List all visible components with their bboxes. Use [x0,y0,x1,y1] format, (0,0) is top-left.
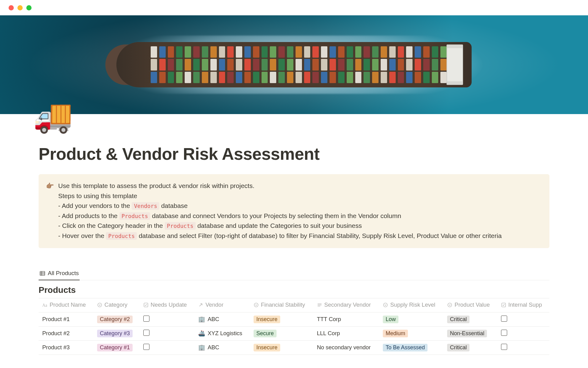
database-title[interactable]: Products [39,285,549,295]
database-tab-all-products[interactable]: All Products [39,268,80,280]
cell-secondary-vendor[interactable]: LLL Corp [313,326,379,340]
vendor-name: ABC [208,316,219,323]
column-header-secondary-vendor[interactable]: Secondary Vendor [313,298,379,312]
cell-financial-stability[interactable]: Insecure [250,312,313,326]
cell-internal-supp[interactable] [497,326,549,340]
product-value-tag: Non-Essential [447,330,487,337]
cell-vendor[interactable]: 🏢ABC [194,340,250,355]
supply-risk-tag: To Be Assessed [383,344,428,351]
page-title[interactable]: Product & Vendor Risk Assessment [39,144,549,164]
title-property-icon: Aa [42,302,47,308]
column-header-vendor[interactable]: Vendor [194,298,250,312]
cell-name[interactable]: Product #1 [39,312,93,326]
column-header-name[interactable]: AaProduct Name [39,298,93,312]
checkbox-unchecked[interactable] [501,316,507,322]
column-header-needs-update[interactable]: Needs Update [140,298,194,312]
cell-category[interactable]: Category #1 [93,340,140,355]
checkbox-unchecked[interactable] [501,344,507,350]
cell-category[interactable]: Category #3 [93,326,140,340]
cell-financial-stability[interactable]: Secure [250,326,313,340]
column-header-product-value[interactable]: Product Value [443,298,497,312]
table-row[interactable]: Product #1 Category #2 🏢ABC Insecure TTT… [39,312,549,326]
window-maximize-button[interactable] [26,5,32,10]
cell-supply-risk[interactable]: Medium [379,326,443,340]
svg-point-12 [448,303,452,307]
code-chip-products: Products [106,232,137,240]
supply-risk-tag: Low [383,316,398,323]
column-header-financial-stability[interactable]: Financial Stability [250,298,313,312]
page-icon[interactable]: 🚚 [33,100,73,132]
callout-body: Use this template to assess the product … [58,181,542,241]
product-value-tag: Critical [447,344,469,351]
vendor-name: XYZ Logistics [208,330,242,337]
select-property-icon [447,302,452,308]
vendor-icon: 🏢 [198,316,205,323]
checkbox-unchecked[interactable] [501,330,507,336]
cell-name[interactable]: Product #2 [39,326,93,340]
svg-point-7 [254,303,258,307]
cell-supply-risk[interactable]: Low [379,312,443,326]
callout-line: Use this template to assess the product … [58,181,542,191]
cell-vendor[interactable]: 🏢ABC [194,312,250,326]
cell-secondary-vendor[interactable]: TTT Corp [313,312,379,326]
cell-vendor[interactable]: 🚢XYZ Logistics [194,326,250,340]
callout-line: - Add your vendors to the Vendors databa… [58,201,542,211]
window-minimize-button[interactable] [17,5,23,10]
category-tag: Category #3 [97,330,133,337]
checkbox-unchecked[interactable] [143,316,149,322]
cell-internal-supp[interactable] [497,312,549,326]
page-content: Product & Vendor Risk Assessment 👉🏽 Use … [0,114,588,355]
checkbox-unchecked[interactable] [143,330,149,336]
cell-needs-update[interactable] [140,312,194,326]
svg-point-5 [98,303,102,307]
product-value-tag: Critical [447,316,469,323]
code-chip-products: Products [119,212,150,220]
vendor-icon: 🚢 [198,330,205,337]
page-cover[interactable] [0,15,588,114]
column-header-internal-supp[interactable]: Internal Supp [497,298,549,312]
callout-line: - Click on the Category header in the Pr… [58,221,542,231]
window-titlebar [0,0,588,15]
table-row[interactable]: Product #2 Category #3 🚢XYZ Logistics Se… [39,326,549,340]
select-property-icon [97,302,102,308]
stability-tag: Insecure [254,344,280,351]
supply-risk-tag: Medium [383,330,408,337]
cell-needs-update[interactable] [140,340,194,355]
cell-secondary-vendor[interactable]: No secondary vendor [313,340,379,355]
table-header-row: AaProduct Name Category Needs Update Ven… [39,298,549,312]
callout-line: - Add products to the Products database … [58,211,542,221]
column-header-supply-risk[interactable]: Supply Risk Level [379,298,443,312]
callout-line: Steps to using this template [58,191,542,201]
checkbox-unchecked[interactable] [143,344,149,350]
code-chip-products: Products [165,222,196,230]
code-chip-vendors: Vendors [132,202,159,210]
vendor-name: ABC [208,344,219,351]
category-tag: Category #2 [97,316,133,323]
cell-supply-risk[interactable]: To Be Assessed [379,340,443,355]
cell-internal-supp[interactable] [497,340,549,355]
callout-line: - Hover over the Products database and s… [58,231,542,241]
category-tag: Category #1 [97,344,133,351]
cell-category[interactable]: Category #2 [93,312,140,326]
checkbox-property-icon [143,302,149,308]
window-close-button[interactable] [9,5,14,10]
cell-name[interactable]: Product #3 [39,340,93,355]
database-block: All Products Products AaProduct Name Cat… [39,268,549,355]
database-tabs: All Products [39,268,549,280]
checkbox-property-icon [501,302,506,308]
cell-needs-update[interactable] [140,326,194,340]
callout-block[interactable]: 👉🏽 Use this template to assess the produ… [39,174,549,248]
svg-point-11 [383,303,387,307]
svg-rect-0 [40,271,45,275]
cell-product-value[interactable]: Non-Essential [443,326,497,340]
stability-tag: Secure [254,330,277,337]
stability-tag: Insecure [254,316,280,323]
cell-product-value[interactable]: Critical [443,312,497,326]
cover-ship [116,42,472,87]
cell-financial-stability[interactable]: Insecure [250,340,313,355]
cell-product-value[interactable]: Critical [443,340,497,355]
column-header-category[interactable]: Category [93,298,140,312]
text-property-icon [317,302,322,308]
relation-property-icon [198,302,203,308]
table-row[interactable]: Product #3 Category #1 🏢ABC Insecure No … [39,340,549,355]
